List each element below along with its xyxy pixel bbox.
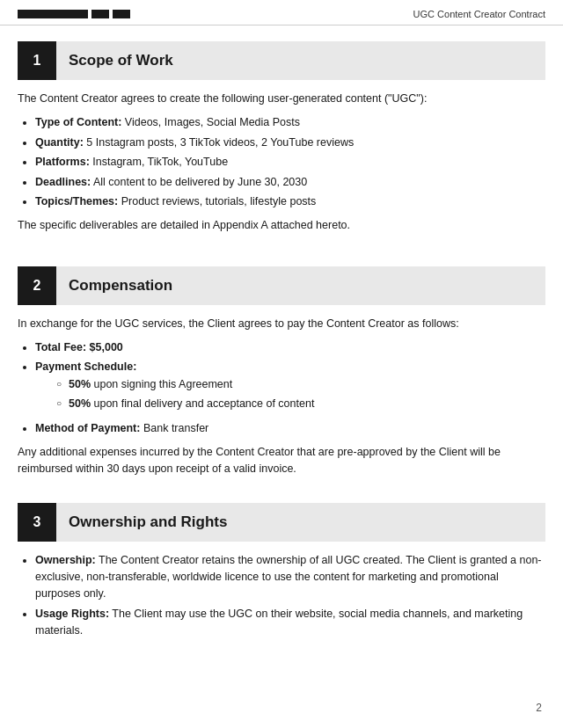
item-text: Bank transfer <box>140 422 208 434</box>
sub-item-text: upon final delivery and acceptance of co… <box>91 397 314 410</box>
section-2-content: In exchange for the UGC services, the Cl… <box>0 305 563 487</box>
section-3-title: Ownership and Rights <box>56 513 227 531</box>
document-title: UGC Content Creator Contract <box>413 9 545 19</box>
page-header: UGC Content Creator Contract <box>0 0 563 25</box>
item-text: The Client may use the UGC on their webs… <box>35 608 523 637</box>
list-item: Payment Schedule: 50% upon signing this … <box>35 359 545 412</box>
list-item: Method of Payment: Bank transfer <box>35 420 545 437</box>
section-1-title: Scope of Work <box>56 52 173 69</box>
item-label: Deadlines: <box>35 176 91 188</box>
sub-list-item: 50% upon signing this Agreement <box>56 376 545 393</box>
section-1: 1 Scope of Work The Content Creator agre… <box>0 41 563 251</box>
section-1-header: 1 Scope of Work <box>18 41 545 80</box>
item-text: Instagram, TikTok, YouTube <box>90 156 228 168</box>
section-1-list: Type of Content: Videos, Images, Social … <box>35 114 545 210</box>
item-label: Method of Payment: <box>35 422 140 434</box>
header-bar-small-1 <box>91 10 109 18</box>
section-3-list: Ownership: The Content Creator retains t… <box>35 552 545 640</box>
section-1-intro: The Content Creator agrees to create the… <box>18 91 545 107</box>
section-3-content: Ownership: The Content Creator retains t… <box>0 542 563 656</box>
item-text: The Content Creator retains the ownershi… <box>35 554 542 601</box>
list-item: Type of Content: Videos, Images, Social … <box>35 114 545 131</box>
sub-list-item: 50% upon final delivery and acceptance o… <box>56 396 545 412</box>
page-number: 2 <box>536 702 542 714</box>
header-bar-small-2 <box>113 10 130 18</box>
section-2: 2 Compensation In exchange for the UGC s… <box>0 266 563 487</box>
item-text: All content to be delivered by June 30, … <box>91 176 307 188</box>
item-label: Platforms: <box>35 156 90 168</box>
list-item: Platforms: Instagram, TikTok, YouTube <box>35 154 545 171</box>
section-3: 3 Ownership and Rights Ownership: The Co… <box>0 503 563 656</box>
sub-item-label: 50% <box>69 397 91 410</box>
header-decorations <box>18 10 413 18</box>
page: UGC Content Creator Contract 1 Scope of … <box>0 0 563 728</box>
header-bar-wide <box>18 10 88 18</box>
item-text: $5,000 <box>90 341 123 353</box>
section-2-outro: Any additional expenses incurred by the … <box>18 446 501 475</box>
section-3-header: 3 Ownership and Rights <box>18 503 545 542</box>
item-label: Total Fee: <box>35 341 86 353</box>
item-label: Topics/Themes: <box>35 195 118 207</box>
item-label: Quantity: <box>35 136 84 149</box>
item-label: Payment Schedule: <box>35 360 136 373</box>
section-2-intro: In exchange for the UGC services, the Cl… <box>18 316 545 332</box>
list-item: Deadlines: All content to be delivered b… <box>35 174 545 191</box>
sub-item-text: upon signing this Agreement <box>91 378 232 390</box>
list-item: Ownership: The Content Creator retains t… <box>35 552 545 603</box>
item-text: Product reviews, tutorials, lifestyle po… <box>118 195 316 207</box>
section-3-number: 3 <box>18 503 56 542</box>
section-2-title: Compensation <box>56 277 172 295</box>
item-text: Videos, Images, Social Media Posts <box>121 116 300 128</box>
list-item: Topics/Themes: Product reviews, tutorial… <box>35 193 545 210</box>
list-item: Quantity: 5 Instagram posts, 3 TikTok vi… <box>35 135 545 151</box>
section-2-header: 2 Compensation <box>18 266 545 305</box>
list-item: Usage Rights: The Client may use the UGC… <box>35 606 545 640</box>
item-text: 5 Instagram posts, 3 TikTok videos, 2 Yo… <box>84 136 354 149</box>
section-1-content: The Content Creator agrees to create the… <box>0 80 563 251</box>
section-1-number: 1 <box>18 41 56 80</box>
item-label: Usage Rights: <box>35 608 109 620</box>
sub-item-label: 50% <box>69 378 91 390</box>
item-label: Ownership: <box>35 554 96 566</box>
list-item: Total Fee: $5,000 <box>35 339 545 356</box>
section-2-list: Total Fee: $5,000 Payment Schedule: 50% … <box>35 339 545 437</box>
section-1-outro: The specific deliverables are detailed i… <box>18 217 545 234</box>
item-label: Type of Content: <box>35 116 121 128</box>
sub-list: 50% upon signing this Agreement 50% upon… <box>56 376 545 413</box>
section-2-number: 2 <box>18 266 56 305</box>
